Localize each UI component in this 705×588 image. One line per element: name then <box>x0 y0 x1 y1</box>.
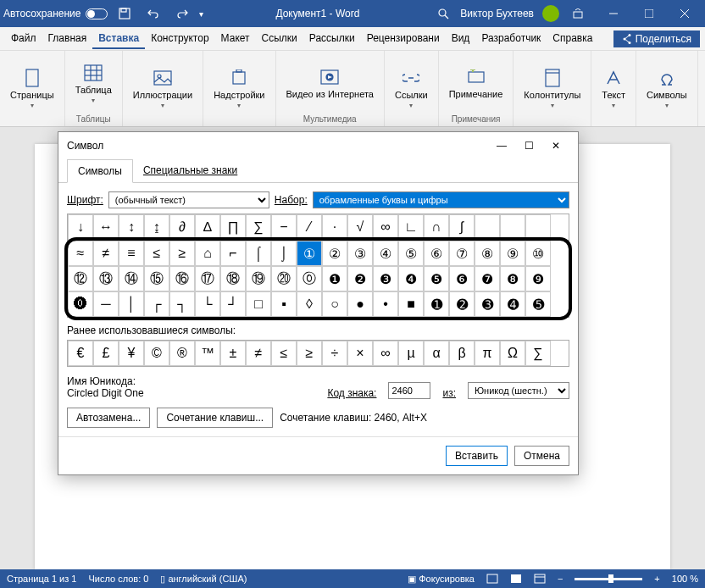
symbol-cell[interactable]: ∂ <box>169 214 195 240</box>
links-button[interactable]: Ссылки▾ <box>388 53 435 125</box>
symbol-cell[interactable]: ⑲ <box>246 266 271 291</box>
symbol-cell[interactable]: ➋ <box>449 291 475 317</box>
symbol-cell[interactable]: ⑮ <box>144 266 169 291</box>
recent-symbol-cell[interactable]: ¥ <box>119 341 144 366</box>
table-button[interactable]: Таблица▾ <box>69 53 119 114</box>
symbol-cell[interactable]: ❹ <box>398 266 424 291</box>
headers-button[interactable]: Колонтитулы▾ <box>517 53 587 125</box>
symbol-cell[interactable]: └ <box>195 291 220 317</box>
symbol-cell[interactable]: ─ <box>93 291 119 317</box>
dialog-maximize-icon[interactable]: ☐ <box>515 136 542 156</box>
recent-symbol-cell[interactable]: ± <box>220 341 246 366</box>
symbol-cell[interactable]: ∩ <box>424 214 449 240</box>
symbol-cell[interactable]: ⌂ <box>195 241 220 266</box>
symbol-cell[interactable]: ➌ <box>475 291 500 317</box>
symbol-cell[interactable]: ▪ <box>271 291 297 317</box>
symbol-cell[interactable]: ┐ <box>169 291 195 317</box>
ribbon-options-icon[interactable] <box>561 2 595 25</box>
symbol-cell[interactable]: ❷ <box>347 266 373 291</box>
symbol-cell[interactable]: ❻ <box>449 266 475 291</box>
symbol-cell[interactable]: ⓿ <box>68 291 93 317</box>
symbol-cell[interactable]: ≠ <box>93 241 119 266</box>
menu-item[interactable]: Разработчик <box>475 29 547 49</box>
symbol-cell[interactable]: ○ <box>322 291 347 317</box>
symbol-cell[interactable]: ❽ <box>500 266 525 291</box>
symbol-cell[interactable]: ⑯ <box>169 266 195 291</box>
symbol-cell[interactable]: ∫ <box>449 214 475 240</box>
symbol-cell[interactable]: ∆ <box>195 214 220 240</box>
symbol-cell[interactable]: − <box>271 214 297 240</box>
save-icon[interactable] <box>113 2 136 25</box>
symbol-cell[interactable]: ↔ <box>93 214 119 240</box>
from-select[interactable]: Юникод (шестн.) <box>468 382 569 399</box>
recent-symbol-cell[interactable]: © <box>144 341 169 366</box>
symbol-cell[interactable]: ≥ <box>169 241 195 266</box>
illustrations-button[interactable]: Иллюстрации▾ <box>126 53 199 125</box>
symbol-cell[interactable]: ➎ <box>525 291 551 317</box>
symbol-cell[interactable]: ➊ <box>424 291 449 317</box>
status-lang[interactable]: ▯ английский (США) <box>160 574 247 585</box>
redo-icon[interactable] <box>170 2 194 25</box>
symbol-cell[interactable]: √ <box>347 214 373 240</box>
recent-symbol-cell[interactable]: β <box>449 341 475 366</box>
symbol-cell[interactable]: ❶ <box>322 266 347 291</box>
autosave-toggle[interactable] <box>86 8 108 19</box>
symbol-cell[interactable]: ⑫ <box>68 266 93 291</box>
comment-button[interactable]: Примечание <box>442 53 510 114</box>
menu-item[interactable]: Главная <box>42 29 93 49</box>
menu-item[interactable]: Справка <box>547 29 598 49</box>
recent-symbol-cell[interactable]: € <box>68 341 93 366</box>
symbol-cell[interactable]: ∙ <box>322 214 347 240</box>
symbol-cell[interactable]: • <box>373 291 398 317</box>
symbol-cell[interactable]: □ <box>246 291 271 317</box>
addins-button[interactable]: Надстройки▾ <box>207 53 271 125</box>
symbol-cell[interactable] <box>525 214 551 240</box>
symbol-cell[interactable]: ⌡ <box>271 241 297 266</box>
status-page[interactable]: Страница 1 из 1 <box>7 574 76 584</box>
menu-item[interactable]: Вставка <box>92 29 145 49</box>
symbol-cell[interactable]: ◊ <box>297 291 322 317</box>
symbol-cell[interactable]: ⌠ <box>246 241 271 266</box>
recent-symbol-cell[interactable]: ™ <box>195 341 220 366</box>
symbol-cell[interactable]: ⑳ <box>271 266 297 291</box>
symbol-cell[interactable] <box>500 214 525 240</box>
symbol-cell[interactable]: ⑬ <box>93 266 119 291</box>
recent-symbol-cell[interactable]: ≥ <box>297 341 322 366</box>
symbol-cell[interactable]: ④ <box>373 241 398 266</box>
zoom-slider[interactable] <box>575 578 642 580</box>
symbol-cell[interactable]: ∞ <box>373 214 398 240</box>
video-button[interactable]: Видео из Интернета <box>280 53 380 114</box>
symbol-cell[interactable]: ┘ <box>220 291 246 317</box>
insert-button[interactable]: Вставить <box>446 446 508 466</box>
status-zoom[interactable]: 100 % <box>672 574 698 584</box>
symbol-cell[interactable]: ⑦ <box>449 241 475 266</box>
set-select[interactable]: обрамленные буквы и цифры <box>313 191 569 208</box>
symbol-cell[interactable]: ⑤ <box>398 241 424 266</box>
symbol-cell[interactable]: ① <box>297 241 322 266</box>
symbol-cell[interactable]: ≈ <box>68 241 93 266</box>
recent-symbol-cell[interactable]: Ω <box>500 341 525 366</box>
symbol-cell[interactable]: ∟ <box>398 214 424 240</box>
symbol-cell[interactable]: ↓ <box>68 214 93 240</box>
recent-symbol-cell[interactable]: ∑ <box>525 341 551 366</box>
recent-symbol-cell[interactable]: µ <box>398 341 424 366</box>
menu-item[interactable]: Файл <box>5 29 42 49</box>
symbol-cell[interactable]: ≡ <box>119 241 144 266</box>
cancel-button[interactable]: Отмена <box>514 446 569 466</box>
tab-special[interactable]: Специальные знаки <box>133 159 247 182</box>
symbols-button[interactable]: Символы▾ <box>640 53 694 125</box>
symbol-cell[interactable]: ∕ <box>297 214 322 240</box>
symbol-cell[interactable]: ⓪ <box>297 266 322 291</box>
symbol-cell[interactable]: ≤ <box>144 241 169 266</box>
symbol-cell[interactable]: ⑱ <box>220 266 246 291</box>
avatar[interactable] <box>542 5 559 22</box>
symbol-cell[interactable]: ↨ <box>144 214 169 240</box>
view-print-icon[interactable] <box>510 574 522 584</box>
symbol-cell[interactable]: ❸ <box>373 266 398 291</box>
view-web-icon[interactable] <box>534 574 546 584</box>
menu-item[interactable]: Макет <box>215 29 256 49</box>
tab-symbols[interactable]: Символы <box>67 159 133 183</box>
recent-symbol-cell[interactable]: π <box>475 341 500 366</box>
symbol-cell[interactable]: ↕ <box>119 214 144 240</box>
symbol-cell[interactable]: ⑥ <box>424 241 449 266</box>
